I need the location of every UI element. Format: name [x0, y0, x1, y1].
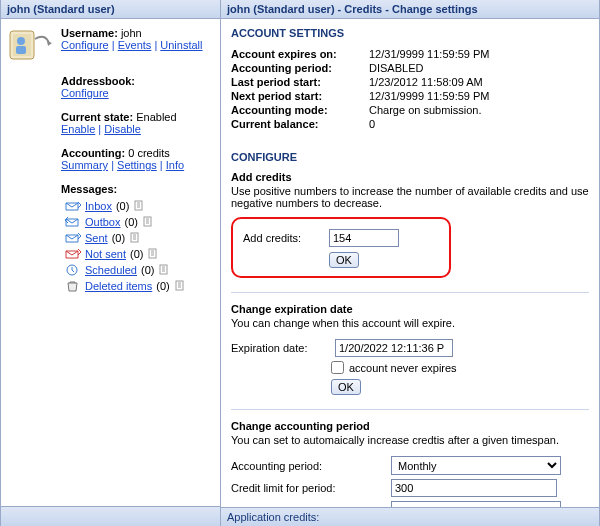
svg-rect-3 [16, 46, 26, 54]
expiration-desc: You can change when this account will ex… [231, 317, 589, 329]
accounting-label: Accounting: [61, 147, 125, 159]
last-start-label: Last period start: [231, 76, 369, 88]
expiration-field-label: Expiration date: [231, 342, 323, 354]
acct-period-value: DISABLED [369, 62, 589, 74]
folder-item: Outbox (0) [65, 214, 212, 230]
next-start-value: 12/31/9999 11:59:59 PM [369, 90, 589, 102]
folder-icon [65, 280, 81, 292]
period-desc: You can set to automaically increase cre… [231, 434, 589, 446]
next-start-label: Next period start: [231, 90, 369, 102]
limit-input[interactable] [391, 479, 557, 497]
balance-label: Current balance: [231, 118, 369, 130]
compose-icon[interactable] [133, 199, 145, 213]
configure-heading: CONFIGURE [231, 151, 589, 163]
add-credits-heading: Add credits [231, 171, 589, 183]
current-state-label: Current state: [61, 111, 133, 123]
last-start-value: 1/23/2012 11:58:09 AM [369, 76, 589, 88]
folder-count: (0) [124, 216, 137, 228]
folder-count: (0) [156, 280, 169, 292]
acct-expires-value: 12/31/9999 11:59:59 PM [369, 48, 589, 60]
folder-link-outbox[interactable]: Outbox [85, 216, 120, 228]
folder-item: Scheduled (0) [65, 262, 212, 278]
folder-icon [65, 200, 81, 212]
folder-item: Not sent (0) [65, 246, 212, 262]
user-icon [9, 27, 53, 63]
acct-period-label: Accounting period: [231, 62, 369, 74]
messages-label: Messages: [61, 183, 212, 195]
addressbook-label: Addressbook: [61, 75, 212, 87]
expiration-ok-button[interactable]: OK [331, 379, 361, 395]
folder-link-not sent[interactable]: Not sent [85, 248, 126, 260]
info-link[interactable]: Info [166, 159, 184, 171]
username-label: Username: [61, 27, 118, 39]
folder-link-inbox[interactable]: Inbox [85, 200, 112, 212]
compose-icon[interactable] [147, 247, 159, 261]
mode-value: Charge on submission. [369, 104, 589, 116]
left-panel-title: john (Standard user) [1, 0, 220, 19]
compose-icon[interactable] [174, 279, 186, 293]
folder-icon [65, 216, 81, 228]
add-credits-field-label: Add credits: [243, 232, 319, 244]
period-heading: Change accounting period [231, 420, 589, 432]
period-label: Accounting period: [231, 460, 381, 472]
folder-icon [65, 264, 81, 276]
never-expires-label: account never expires [349, 362, 457, 374]
configure-link[interactable]: Configure [61, 39, 109, 51]
expiration-heading: Change expiration date [231, 303, 589, 315]
username-value: john [121, 27, 142, 39]
settings-link[interactable]: Settings [117, 159, 157, 171]
folder-item: Sent (0) [65, 230, 212, 246]
right-panel-title: john (Standard user) - Credits - Change … [221, 0, 599, 19]
addressbook-configure-link[interactable]: Configure [61, 87, 109, 99]
add-credits-box: Add credits: OK [231, 217, 451, 278]
accounting-value: 0 credits [128, 147, 170, 159]
folder-count: (0) [130, 248, 143, 260]
balance-value: 0 [369, 118, 589, 130]
folder-count: (0) [112, 232, 125, 244]
enable-link[interactable]: Enable [61, 123, 95, 135]
add-credits-desc: Use positive numbers to increase the num… [231, 185, 589, 209]
folder-count: (0) [116, 200, 129, 212]
period-select[interactable]: Monthly [391, 456, 561, 475]
add-credits-ok-button[interactable]: OK [329, 252, 359, 268]
compose-icon[interactable] [158, 263, 170, 277]
events-link[interactable]: Events [118, 39, 152, 51]
folder-link-deleted items[interactable]: Deleted items [85, 280, 152, 292]
left-footer [1, 506, 220, 526]
folder-link-scheduled[interactable]: Scheduled [85, 264, 137, 276]
folder-link-sent[interactable]: Sent [85, 232, 108, 244]
expiration-input[interactable] [335, 339, 453, 357]
folder-count: (0) [141, 264, 154, 276]
mode-label: Accounting mode: [231, 104, 369, 116]
folder-item: Inbox (0) [65, 198, 212, 214]
folder-icon [65, 248, 81, 260]
svg-point-2 [17, 37, 25, 45]
right-footer: Application credits: [221, 507, 599, 526]
folder-icon [65, 232, 81, 244]
summary-link[interactable]: Summary [61, 159, 108, 171]
acct-expires-label: Account expires on: [231, 48, 369, 60]
folder-item: Deleted items (0) [65, 278, 212, 294]
uninstall-link[interactable]: Uninstall [160, 39, 202, 51]
compose-icon[interactable] [142, 215, 154, 229]
disable-link[interactable]: Disable [104, 123, 141, 135]
add-credits-input[interactable] [329, 229, 399, 247]
limit-label: Credit limit for period: [231, 482, 381, 494]
never-expires-checkbox[interactable] [331, 361, 344, 374]
compose-icon[interactable] [129, 231, 141, 245]
current-state-value: Enabled [136, 111, 176, 123]
account-settings-heading: ACCOUNT SETTINGS [231, 27, 589, 39]
